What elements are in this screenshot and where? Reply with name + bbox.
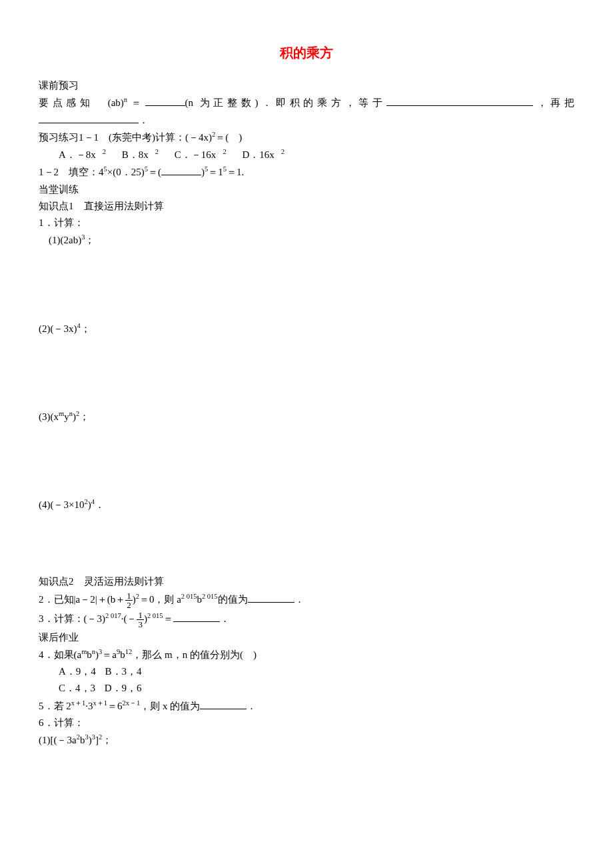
fill-blank	[200, 709, 247, 709]
q4: 4．如果(ambn)3＝a9b12，那么 m，n 的值分别为( )	[39, 647, 574, 663]
option-d: D．16x2	[242, 149, 291, 160]
numerator: 1	[125, 591, 133, 600]
exp: 2 017	[105, 612, 121, 619]
text: (4)(－3×10	[39, 499, 84, 510]
q3: 3．计算：(－3)2 017·(－13)2 015＝．	[39, 611, 574, 629]
q1: 1．计算：	[39, 215, 574, 231]
exp: x＋1	[71, 699, 86, 707]
text: 的值为	[218, 594, 248, 605]
text: ．	[95, 499, 105, 510]
q1-3: (3)(xmyn)2；	[39, 409, 574, 425]
text: (n 为正整数)．即积的乘方，等于	[185, 97, 386, 108]
numerator: 1	[137, 611, 144, 619]
text: y	[64, 411, 69, 422]
fraction: 13	[137, 611, 144, 629]
text: ＝1	[208, 167, 223, 177]
text: ＝a	[102, 649, 117, 660]
text: 3．计算：(－3)	[39, 613, 105, 624]
option-c: C．－16x2	[175, 149, 233, 160]
exp: 2 015	[181, 593, 197, 600]
fraction: 12	[125, 591, 133, 609]
text: ．	[295, 594, 305, 605]
text: (3)(x	[39, 411, 59, 422]
workspace-gap	[39, 514, 574, 574]
option-b: B．8x2	[122, 149, 165, 160]
exp: 2	[223, 148, 226, 155]
option-b: B．3，4	[105, 666, 142, 677]
text: 预习练习1－1 (东莞中考)计算：(－4x)	[39, 132, 212, 143]
text: ＝( )	[215, 132, 242, 143]
text: ＝0，则 a	[139, 594, 181, 605]
text: ；	[85, 235, 95, 245]
text: (1)[(－3a	[39, 735, 77, 745]
text: b	[87, 649, 92, 660]
q1-1: (1)(2ab)3；	[39, 232, 574, 248]
workspace-gap	[39, 250, 574, 321]
text: ，则 x 的值为	[140, 701, 200, 711]
q6: 6．计算：	[39, 715, 574, 731]
text: ．	[247, 701, 257, 711]
exp: 2 015	[147, 612, 163, 619]
exp: 2	[103, 148, 106, 155]
homework-heading: 课后作业	[39, 630, 574, 645]
q6-1: (1)[(－3a2b3)3]2；	[39, 732, 574, 748]
workspace-gap	[39, 338, 574, 409]
q4-options-row2: C．4，3 D．9，6	[39, 681, 574, 696]
text: ·3	[85, 701, 93, 711]
fill-blank	[39, 123, 139, 123]
preview-ex-1-2: 1－2 填空：45×(0．25)5＝()5＝15＝1.	[39, 164, 574, 180]
text: B．8x	[122, 149, 149, 160]
exp: x＋1	[93, 699, 108, 707]
text: (2)(－3x)	[39, 323, 77, 334]
option-c: C．4，3	[59, 683, 95, 693]
preview-heading: 课前预习	[39, 78, 574, 93]
fill-blank	[173, 621, 220, 622]
text: 要点感知 (ab)	[39, 97, 124, 108]
text: b	[120, 649, 125, 660]
fill-blank	[248, 602, 295, 603]
exp: 2	[281, 148, 285, 155]
exp: 12	[125, 648, 133, 655]
exp: 2	[155, 148, 159, 155]
option-a: A．9，4	[59, 666, 96, 677]
text: 4．如果(a	[39, 649, 81, 660]
text: ；	[102, 735, 112, 745]
text: ；	[81, 323, 91, 334]
workspace-gap	[39, 426, 574, 497]
text: b	[197, 594, 202, 605]
key-sense-line2: ．	[39, 113, 574, 128]
text: ，那么 m，n 的值分别为( )	[132, 649, 257, 660]
text: ＝	[127, 97, 145, 108]
text: ＝	[163, 613, 173, 624]
text: ，再把	[533, 97, 574, 108]
text: ·(－	[121, 613, 137, 624]
fill-blank	[386, 105, 533, 106]
option-d: D．9，6	[105, 683, 142, 693]
denominator: 3	[137, 619, 144, 629]
q2: 2．已知|a－2|＋(b＋12)2＝0，则 a2 015b2 015的值为．	[39, 591, 574, 609]
exp: 2x－1	[123, 699, 141, 707]
option-a: A．－8x2	[59, 149, 113, 160]
fill-blank	[145, 105, 185, 106]
kp2-heading: 知识点2 灵活运用法则计算	[39, 574, 574, 589]
text: ；	[79, 411, 89, 422]
text: D．16x	[242, 149, 274, 160]
key-sense-line1: 要点感知 (ab)n＝(n 为正整数)．即积的乘方，等于，再把	[39, 95, 574, 111]
exp: 2 015	[202, 593, 218, 600]
text: ×(0．25)	[107, 167, 145, 177]
text: 2．已知|a－2|＋(b＋	[39, 594, 125, 605]
text: ．	[220, 613, 230, 624]
text: ＝(	[148, 167, 161, 177]
preview-ex-1-1-options: A．－8x2 B．8x2 C．－16x2 D．16x2	[39, 147, 574, 163]
text: C．－16x	[175, 149, 217, 160]
page-title: 积的乘方	[39, 43, 574, 63]
kp1-heading: 知识点1 直接运用法则计算	[39, 199, 574, 214]
fill-blank	[161, 175, 201, 175]
preview-ex-1-1: 预习练习1－1 (东莞中考)计算：(－4x)2＝( )	[39, 129, 574, 145]
exp: m	[59, 410, 64, 417]
q5: 5．若 2x＋1·3x＋1＝62x－1，则 x 的值为．	[39, 698, 574, 714]
text: ＝1.	[227, 167, 244, 177]
text: ＝6	[107, 701, 123, 711]
text: 5．若 2	[39, 701, 71, 711]
q4-options-row1: A．9，4 B．3，4	[39, 664, 574, 679]
